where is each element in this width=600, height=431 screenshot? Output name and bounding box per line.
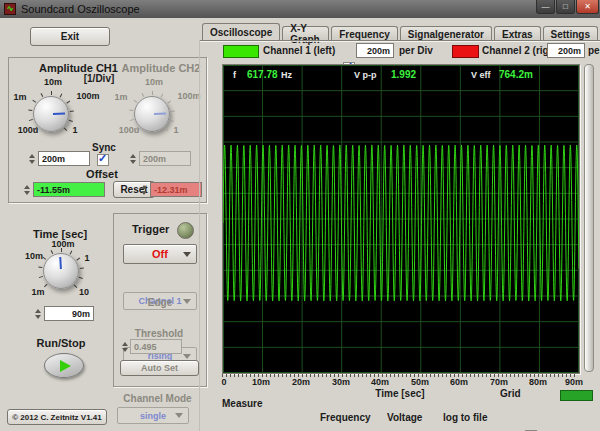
knob-scale-label: 100m <box>50 239 76 249</box>
app-window: ∿ Soundcard Oszilloscope — □ ✕ Exit Ampl… <box>0 0 600 431</box>
tab-frequency[interactable]: Frequency <box>331 26 398 41</box>
app-icon: ∿ <box>4 3 16 15</box>
x-tick-label: 40m <box>371 377 389 387</box>
log-to-file-label: log to file <box>443 412 487 423</box>
amplitude-ch2-title: Amplitude CH2 <box>121 62 201 74</box>
threshold-title: Threshold <box>124 328 194 339</box>
oscilloscope-display[interactable]: f 617.78 Hz V p-p 1.992 V eff 764.2m <box>222 64 580 374</box>
offset-ch2-spinner <box>139 182 148 197</box>
offset-ch2-value: -12.31m <box>150 182 202 197</box>
x-tick-label: 30m <box>332 377 350 387</box>
trigger-title: Trigger <box>132 223 169 235</box>
grid-label: Grid <box>500 388 521 399</box>
knob-scale-label: 1m <box>112 92 130 102</box>
freq-label: f <box>233 70 236 80</box>
vpp-value: 1.992 <box>391 69 416 80</box>
offset-ch1-value[interactable]: -11.55m <box>33 182 105 197</box>
tab-oscilloscope[interactable]: Oscilloscope <box>202 23 280 41</box>
time-knob[interactable] <box>43 253 79 289</box>
offset-ch1-spinner[interactable] <box>22 182 31 197</box>
time-spinner[interactable] <box>33 306 42 321</box>
chevron-down-icon <box>183 252 191 257</box>
amplitude-ch2-value: 200m <box>139 151 191 166</box>
amplitude-ch1-knob[interactable] <box>33 96 69 132</box>
amplitude-ch2-spinner <box>128 151 137 166</box>
amplitude-ch1-value[interactable]: 200m <box>38 151 90 166</box>
knob-pointer <box>59 257 62 269</box>
knob-scale-label: 1m <box>30 287 46 297</box>
knob-scale-label: 100m <box>75 91 101 101</box>
channel1-label: Channel 1 (left) <box>263 45 335 56</box>
knob-scale-label: 10 <box>76 287 92 297</box>
tab-strip: Oscilloscope X-Y Graph Frequency Signalg… <box>202 23 600 41</box>
x-axis-title: Time [sec] <box>222 388 578 399</box>
x-axis-ticks <box>222 374 578 377</box>
amplitude-ch2-knob <box>134 96 170 132</box>
voltage-label: Voltage <box>387 412 422 423</box>
trigger-mode-value: Off <box>152 248 168 260</box>
runstop-label: Run/Stop <box>25 337 97 349</box>
knob-pointer <box>53 113 65 115</box>
tab-settings[interactable]: Settings <box>543 26 598 41</box>
channel-mode-value: single <box>140 411 166 421</box>
tab-extras[interactable]: Extras <box>494 26 541 41</box>
close-button[interactable]: ✕ <box>576 0 599 14</box>
threshold-value: 0.495 <box>130 339 182 354</box>
chevron-down-icon <box>175 413 183 418</box>
amplitude-groupbox: Amplitude CH1 [1/Div] Amplitude CH2 10m … <box>8 57 207 203</box>
channel2-color-swatch <box>452 45 479 58</box>
knob-scale-label: 10m <box>143 77 165 87</box>
play-icon <box>60 360 71 372</box>
per-div-unit-label: [1/Div] <box>64 73 134 84</box>
x-tick-label: 20m <box>292 377 310 387</box>
copyright-button[interactable]: © 2012 C. Zeitnitz V1.41 <box>7 409 107 425</box>
titlebar: ∿ Soundcard Oszilloscope <box>0 0 600 18</box>
auto-set-button[interactable]: Auto Set <box>120 360 199 376</box>
panel-divider <box>199 40 200 431</box>
chevron-down-icon <box>183 354 191 359</box>
veff-label: V eff <box>471 70 491 80</box>
amplitude-ch1-spinner[interactable] <box>27 151 36 166</box>
reset-button[interactable]: Reset <box>113 181 155 198</box>
grid-color-swatch <box>560 390 593 401</box>
tab-xy-graph[interactable]: X-Y Graph <box>282 26 329 41</box>
minimize-button[interactable]: — <box>536 0 555 14</box>
sync-checkbox[interactable] <box>97 154 109 166</box>
knob-scale-label: 1 <box>82 253 92 263</box>
offset-title: Offset <box>77 168 127 180</box>
frequency-label: Frequency <box>320 412 371 423</box>
x-tick-label: 70m <box>490 377 508 387</box>
window-title: Soundcard Oszilloscope <box>21 3 140 15</box>
channel1-per-div-value[interactable]: 200m <box>356 43 394 58</box>
x-tick-label: 50m <box>411 377 429 387</box>
x-tick-label: 0 <box>221 377 226 387</box>
freq-value: 617.78 <box>247 69 278 80</box>
vertical-offset-slider[interactable] <box>584 64 594 372</box>
exit-button[interactable]: Exit <box>30 27 110 46</box>
edge-title: Edge <box>130 297 190 308</box>
threshold-spinner <box>120 339 129 354</box>
x-tick-label: 80m <box>529 377 547 387</box>
knob-scale-label: 1m <box>11 92 29 102</box>
waveform-svg <box>223 65 579 373</box>
knob-scale-label: 10m <box>23 251 45 261</box>
channel-mode-title: Channel Mode <box>120 393 195 404</box>
knob-pointer <box>154 113 166 115</box>
run-stop-button[interactable] <box>44 353 84 378</box>
measure-title: Measure <box>222 398 263 409</box>
vpp-label: V p-p <box>354 70 377 80</box>
per-div-label: per Div <box>399 45 433 56</box>
knob-scale-label: 10m <box>42 77 64 87</box>
veff-value: 764.2m <box>499 69 533 80</box>
freq-unit: Hz <box>281 70 292 80</box>
tab-signalgenerator[interactable]: Signalgenerator <box>400 26 492 41</box>
x-tick-label: 90m <box>565 377 583 387</box>
channel-mode-dropdown: single <box>117 407 189 424</box>
tab-divider <box>200 40 600 41</box>
channel1-color-swatch <box>223 45 259 58</box>
trigger-mode-dropdown[interactable]: Off <box>123 244 197 264</box>
time-value[interactable]: 90m <box>44 306 94 321</box>
per-div-label: per Div <box>588 45 600 56</box>
channel2-per-div-value[interactable]: 200m <box>547 43 585 58</box>
maximize-button[interactable]: □ <box>556 0 575 14</box>
